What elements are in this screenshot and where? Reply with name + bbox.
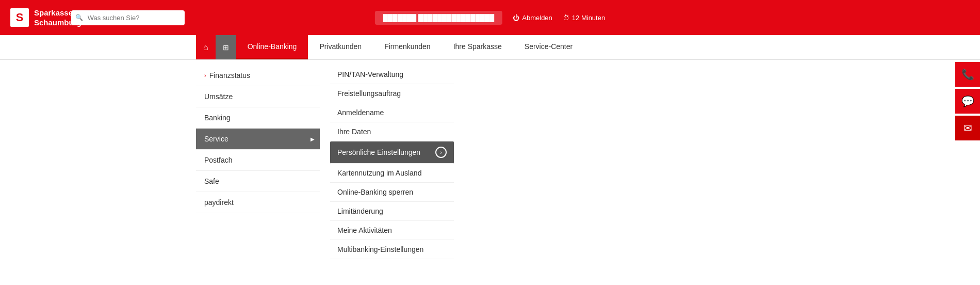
abmelden-icon: ⏻ bbox=[513, 14, 519, 22]
left-menu-item-umsaetze[interactable]: Umsätze bbox=[196, 86, 320, 107]
dropdown-container: › Finanzstatus Umsätze Banking Service P… bbox=[0, 60, 980, 270]
nav-item-label: Service-Center bbox=[525, 42, 573, 51]
left-menu-item-label: paydirekt bbox=[204, 198, 234, 207]
left-menu-item-postfach[interactable]: Postfach bbox=[196, 150, 320, 171]
abmelden-button[interactable]: ⏻ Abmelden bbox=[513, 14, 552, 22]
side-contact-buttons: 📞 💬 ✉ bbox=[955, 62, 980, 140]
nav-item-label: Firmenkunden bbox=[384, 42, 431, 51]
right-menu-item-freistellungsauftrag[interactable]: Freistellungsauftrag bbox=[330, 84, 454, 103]
left-menu-item-label: Service bbox=[204, 135, 228, 143]
right-menu-item-multibanking[interactable]: Multibanking-Einstellungen bbox=[330, 240, 454, 259]
mail-icon: ✉ bbox=[963, 122, 972, 134]
right-menu-item-kartennutzung[interactable]: Kartennutzung im Ausland bbox=[330, 164, 454, 183]
nav-item-label: Ihre Sparkasse bbox=[453, 42, 502, 51]
left-menu: › Finanzstatus Umsätze Banking Service P… bbox=[196, 65, 320, 259]
right-menu-item-label: Online-Banking sperren bbox=[337, 188, 413, 196]
right-menu-item-label: Kartennutzung im Ausland bbox=[337, 169, 421, 177]
right-menu-item-online-banking-sperren[interactable]: Online-Banking sperren bbox=[330, 183, 454, 202]
right-menu-item-label: PIN/TAN-Verwaltung bbox=[337, 70, 403, 78]
left-menu-item-paydirekt[interactable]: paydirekt bbox=[196, 192, 320, 213]
nav-home-button[interactable]: ⌂ bbox=[196, 35, 216, 59]
left-menu-item-banking[interactable]: Banking bbox=[196, 107, 320, 129]
grid-icon: ⊞ bbox=[223, 43, 229, 52]
left-menu-item-label: Finanzstatus bbox=[209, 71, 250, 80]
right-menu-item-label: Limitänderung bbox=[337, 207, 383, 215]
header: S Sparkasse Schaumburg ███████ █████████… bbox=[0, 0, 980, 35]
right-menu-item-anmeldename[interactable]: Anmeldename bbox=[330, 103, 454, 122]
chevron-icon: › bbox=[204, 72, 206, 78]
nav-item-firmenkunden[interactable]: Firmenkunden bbox=[373, 35, 442, 59]
header-center: ███████ ████████████████ ⏻ Abmelden ⏱ 12… bbox=[375, 11, 605, 25]
right-menu-item-label: Multibanking-Einstellungen bbox=[337, 245, 423, 254]
nav-grid-button[interactable]: ⊞ bbox=[216, 35, 236, 59]
user-info: ███████ ████████████████ bbox=[375, 11, 502, 25]
timer-label: 12 Minuten bbox=[572, 14, 605, 22]
right-menu-item-label: Meine Aktivitäten bbox=[337, 226, 392, 234]
chat-icon: 💬 bbox=[961, 95, 974, 107]
nav-item-online-banking[interactable]: Online-Banking bbox=[236, 35, 308, 59]
right-menu-item-ihre-daten[interactable]: Ihre Daten bbox=[330, 122, 454, 141]
search-area[interactable] bbox=[71, 10, 185, 25]
arrow-circle-icon: › bbox=[435, 147, 447, 158]
left-menu-item-label: Postfach bbox=[204, 156, 232, 164]
right-menu-item-limitaenderung[interactable]: Limitänderung bbox=[330, 202, 454, 221]
right-menu-item-label: Ihre Daten bbox=[337, 128, 371, 136]
search-input[interactable] bbox=[71, 10, 185, 25]
timer-display: ⏱ 12 Minuten bbox=[563, 14, 605, 22]
nav-item-label: Online-Banking bbox=[248, 42, 297, 51]
right-menu-item-label: Freistellungsauftrag bbox=[337, 89, 401, 98]
left-menu-item-finanzstatus[interactable]: › Finanzstatus bbox=[196, 65, 320, 86]
navigation-bar: ⌂ ⊞ Online-Banking Privatkunden Firmenku… bbox=[0, 35, 980, 60]
left-menu-item-safe[interactable]: Safe bbox=[196, 171, 320, 192]
mail-button[interactable]: ✉ bbox=[955, 116, 980, 140]
home-icon: ⌂ bbox=[203, 43, 208, 52]
right-menu-item-pin-tan[interactable]: PIN/TAN-Verwaltung bbox=[330, 65, 454, 84]
right-menu-item-meine-aktivitaeten[interactable]: Meine Aktivitäten bbox=[330, 221, 454, 240]
phone-button[interactable]: 📞 bbox=[955, 62, 980, 87]
left-menu-item-label: Umsätze bbox=[204, 92, 233, 101]
logo-s-icon: S bbox=[10, 8, 29, 27]
nav-item-ihre-sparkasse[interactable]: Ihre Sparkasse bbox=[442, 35, 513, 59]
left-menu-item-label: Safe bbox=[204, 177, 219, 185]
left-menu-item-label: Banking bbox=[204, 114, 231, 122]
right-menu: PIN/TAN-Verwaltung Freistellungsauftrag … bbox=[330, 65, 454, 259]
right-menu-item-persoenliche-einstellungen[interactable]: Persönliche Einstellungen › bbox=[330, 141, 454, 164]
abmelden-label: Abmelden bbox=[522, 14, 552, 22]
header-actions: ⏻ Abmelden ⏱ 12 Minuten bbox=[513, 14, 605, 22]
nav-item-label: Privatkunden bbox=[319, 42, 362, 51]
left-menu-item-service[interactable]: Service bbox=[196, 129, 320, 150]
nav-item-privatkunden[interactable]: Privatkunden bbox=[308, 35, 373, 59]
phone-icon: 📞 bbox=[961, 68, 974, 81]
nav-item-service-center[interactable]: Service-Center bbox=[513, 35, 584, 59]
timer-icon: ⏱ bbox=[563, 14, 569, 22]
right-menu-item-label: Anmeldename bbox=[337, 108, 384, 117]
right-menu-item-label: Persönliche Einstellungen bbox=[337, 148, 420, 156]
chat-button[interactable]: 💬 bbox=[955, 89, 980, 114]
